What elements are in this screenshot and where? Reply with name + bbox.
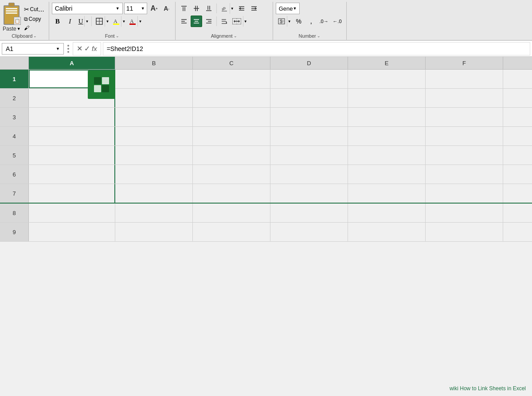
row-header-1[interactable]: 1 <box>0 70 29 88</box>
row-header-3[interactable]: 3 <box>0 108 29 126</box>
formula-confirm-button[interactable]: ✓ <box>84 44 90 53</box>
cell-f7[interactable] <box>426 184 503 203</box>
formula-cancel-button[interactable]: ✕ <box>77 44 82 53</box>
cell-f8[interactable] <box>426 204 503 222</box>
font-size-dropdown[interactable]: 11 ▼ <box>124 3 147 14</box>
row-header-7[interactable]: 7 <box>0 184 29 203</box>
orientation-main[interactable]: ab <box>219 3 230 14</box>
font-name-dropdown[interactable]: Calibri ▼ <box>52 3 123 14</box>
merge-center-main[interactable] <box>231 16 243 27</box>
col-header-c[interactable]: C <box>193 57 270 69</box>
fill-color-button[interactable]: A ▼ <box>111 16 126 27</box>
cell-b7[interactable] <box>115 184 193 203</box>
cell-d3[interactable] <box>270 108 348 126</box>
number-expand-icon[interactable]: ⌄ <box>317 34 321 38</box>
bold-button[interactable]: B <box>52 16 63 27</box>
font-color-button[interactable]: A ▼ <box>127 16 143 27</box>
row-header-6[interactable]: 6 <box>0 165 29 184</box>
format-painter-button[interactable]: 🖌 <box>22 24 46 32</box>
borders-main[interactable] <box>94 16 105 27</box>
fill-color-dropdown-icon[interactable]: ▼ <box>121 16 126 27</box>
indent-decrease-button[interactable] <box>236 3 247 14</box>
cell-a4[interactable] <box>29 127 115 145</box>
decrease-decimal-button[interactable]: ←.0 <box>331 16 344 27</box>
row-header-8[interactable]: 8 <box>0 204 29 222</box>
align-middle-button[interactable] <box>191 3 202 14</box>
formula-fx-button[interactable]: fx <box>92 45 97 52</box>
paste-dropdown-icon[interactable]: ▼ <box>17 27 21 31</box>
borders-dropdown-icon[interactable]: ▼ <box>105 16 110 27</box>
cell-a7[interactable] <box>29 184 115 203</box>
cell-a8[interactable] <box>29 204 115 222</box>
col-header-a[interactable]: A <box>29 57 115 69</box>
cell-f1[interactable] <box>426 70 503 88</box>
cell-e2[interactable] <box>348 89 426 107</box>
indent-increase-button[interactable] <box>248 3 260 14</box>
cell-f9[interactable] <box>426 223 503 241</box>
borders-button[interactable]: ▼ <box>94 16 110 27</box>
align-bottom-button[interactable] <box>203 3 215 14</box>
clipboard-expand-icon[interactable]: ⌄ <box>33 34 37 38</box>
cell-a5[interactable] <box>29 146 115 165</box>
increase-decimal-button[interactable]: .0→ <box>318 16 330 27</box>
cell-e6[interactable] <box>348 165 426 184</box>
cell-e8[interactable] <box>348 204 426 222</box>
cell-d5[interactable] <box>270 146 348 165</box>
cell-d7[interactable] <box>270 184 348 203</box>
text-align-right-button[interactable] <box>203 16 215 27</box>
wrap-text-button[interactable] <box>219 16 229 27</box>
cell-a1[interactable] <box>29 70 115 88</box>
col-header-d[interactable]: D <box>270 57 348 69</box>
cell-e5[interactable] <box>348 146 426 165</box>
font-size-increase-button[interactable]: A+ <box>149 3 160 14</box>
underline-main[interactable]: U <box>77 16 85 27</box>
orientation-button[interactable]: ab ▼ <box>219 3 235 14</box>
cell-c3[interactable] <box>193 108 270 126</box>
cell-d8[interactable] <box>270 204 348 222</box>
col-header-e[interactable]: E <box>348 57 426 69</box>
cell-e1[interactable] <box>348 70 426 88</box>
underline-dropdown-icon[interactable]: ▼ <box>84 16 89 27</box>
cell-a6[interactable] <box>29 165 115 184</box>
cell-c5[interactable] <box>193 146 270 165</box>
row-header-9[interactable]: 9 <box>0 223 29 241</box>
cell-e4[interactable] <box>348 127 426 145</box>
text-align-center-button[interactable] <box>191 16 202 27</box>
cell-e7[interactable] <box>348 184 426 203</box>
cell-f5[interactable] <box>426 146 503 165</box>
cell-c4[interactable] <box>193 127 270 145</box>
row-header-4[interactable]: 4 <box>0 127 29 145</box>
text-align-left-button[interactable] <box>178 16 190 27</box>
currency-main[interactable]: $ <box>276 16 287 27</box>
percent-button[interactable]: % <box>293 16 305 27</box>
cell-f3[interactable] <box>426 108 503 126</box>
alignment-expand-icon[interactable]: ⌄ <box>234 34 237 38</box>
cell-b4[interactable] <box>115 127 193 145</box>
cell-a9[interactable] <box>29 223 115 241</box>
currency-dropdown-icon[interactable]: ▼ <box>287 16 292 27</box>
cell-a3[interactable] <box>29 108 115 126</box>
wrap-text-main[interactable] <box>219 16 229 27</box>
cut-button[interactable]: ✂ Cut... <box>22 4 46 14</box>
comma-button[interactable]: , <box>305 16 317 27</box>
cell-b6[interactable] <box>115 165 193 184</box>
cell-b5[interactable] <box>115 146 193 165</box>
font-color-main[interactable]: A <box>128 16 137 27</box>
cell-c1[interactable] <box>193 70 270 88</box>
italic-button[interactable]: I <box>64 16 76 27</box>
cell-d2[interactable] <box>270 89 348 107</box>
cell-f2[interactable] <box>426 89 503 107</box>
cell-name-box[interactable]: A1 ▼ <box>2 43 64 55</box>
cell-d4[interactable] <box>270 127 348 145</box>
merge-center-dropdown-icon[interactable]: ▼ <box>243 16 248 27</box>
underline-button[interactable]: U ▼ <box>77 16 90 27</box>
cell-b3[interactable] <box>115 108 193 126</box>
cell-c8[interactable] <box>193 204 270 222</box>
cell-b8[interactable] <box>115 204 193 222</box>
cell-e3[interactable] <box>348 108 426 126</box>
cell-d6[interactable] <box>270 165 348 184</box>
font-expand-icon[interactable]: ⌄ <box>116 34 119 38</box>
row-header-2[interactable]: 2 <box>0 89 29 107</box>
cell-f4[interactable] <box>426 127 503 145</box>
formula-input-container[interactable]: =Sheet2!D12 <box>103 42 530 55</box>
